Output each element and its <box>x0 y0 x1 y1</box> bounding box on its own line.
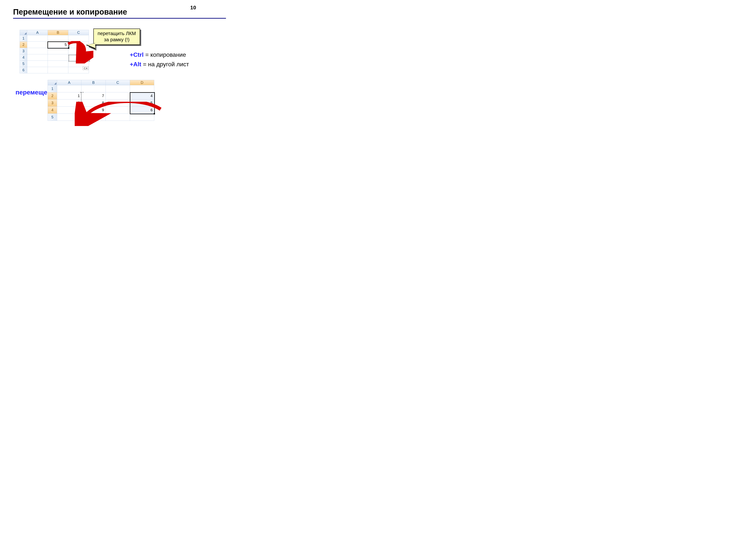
grid1-cell[interactable] <box>27 48 48 54</box>
grid1-row-1[interactable]: 1 <box>20 35 27 42</box>
grid2-cell[interactable]: 2 <box>57 100 81 107</box>
grid1-cell[interactable] <box>48 48 68 54</box>
grid1-cell[interactable] <box>48 54 68 61</box>
grid2-row-3[interactable]: 3 <box>48 100 57 107</box>
grid1-cell[interactable] <box>48 35 68 42</box>
grid2-col-A[interactable]: A <box>57 80 81 85</box>
grid1-row-2[interactable]: 2 <box>20 42 27 48</box>
grid2-row-4[interactable]: 4 <box>48 107 57 114</box>
page-number: 10 <box>190 5 196 11</box>
grid2-cellref-tooltip: B2:B4 <box>83 118 93 122</box>
grid1-cell[interactable] <box>27 67 48 73</box>
grid1-row-3[interactable]: 3 <box>20 48 27 54</box>
grid2-cell[interactable] <box>130 114 154 121</box>
grid2-row-1[interactable]: 1 <box>48 85 57 92</box>
grid2-cell[interactable]: 6 <box>130 107 154 114</box>
grid2-cell[interactable] <box>57 114 81 121</box>
grid2-cell[interactable]: 4 <box>130 92 154 100</box>
grid2-row-2[interactable]: 2 <box>48 92 57 100</box>
ctrl-hint: +Ctrl = копирование <box>130 51 189 58</box>
grid1-col-B[interactable]: B <box>48 30 68 35</box>
grid2-cell[interactable] <box>81 85 106 92</box>
alt-hint: +Alt = на другой лист <box>130 61 189 68</box>
grid2-col-B[interactable]: B <box>81 80 106 85</box>
grid2-corner[interactable] <box>48 80 57 85</box>
grid2-table: A B C D 1 2 1 7 4 3 2 8 5 <box>48 80 154 121</box>
grid1-cell[interactable] <box>27 54 48 61</box>
excel-grid-1: A B C 1 2 5 3 4 5 6 C4 <box>20 30 89 73</box>
grid2-cell[interactable] <box>106 100 130 107</box>
grid1-cell[interactable] <box>68 54 89 61</box>
grid2-cell[interactable] <box>130 85 154 92</box>
grid1-cell[interactable] <box>68 42 89 48</box>
modifier-hints: +Ctrl = копирование +Alt = на другой лис… <box>130 51 189 70</box>
callout: перетащить ЛКМ за рамку (!) <box>93 29 140 45</box>
grid1-table: A B C 1 2 5 3 4 5 6 <box>20 30 89 73</box>
grid2-cell[interactable] <box>106 114 130 121</box>
grid1-cell[interactable] <box>48 61 68 67</box>
callout-line2: за рамку (!) <box>96 36 138 43</box>
grid1-cell[interactable] <box>68 35 89 42</box>
grid1-selected-cell[interactable]: 5 <box>48 42 68 48</box>
grid2-cell[interactable] <box>106 85 130 92</box>
grid2-cell[interactable]: 5 <box>130 100 154 107</box>
grid2-col-D[interactable]: D <box>130 80 154 85</box>
grid1-row-6[interactable]: 6 <box>20 67 27 73</box>
grid1-cell[interactable] <box>68 48 89 54</box>
grid1-cell[interactable] <box>27 35 48 42</box>
alt-desc: = на другой лист <box>141 61 189 68</box>
grid1-row-4[interactable]: 4 <box>20 54 27 61</box>
grid1-col-C[interactable]: C <box>68 30 89 35</box>
callout-box: перетащить ЛКМ за рамку (!) <box>93 29 140 45</box>
grid1-cell[interactable] <box>68 61 89 67</box>
grid2-cell[interactable] <box>106 92 130 100</box>
ctrl-key: +Ctrl <box>130 51 144 58</box>
grid2-cell[interactable] <box>106 107 130 114</box>
callout-line1: перетащить ЛКМ <box>96 30 138 36</box>
grid1-corner[interactable] <box>20 30 27 35</box>
grid2-cell[interactable]: 1 <box>57 92 81 100</box>
grid1-cellref-tooltip: C4 <box>83 66 88 70</box>
alt-key: +Alt <box>130 61 141 68</box>
grid1-col-A[interactable]: A <box>27 30 48 35</box>
grid2-cell[interactable] <box>57 85 81 92</box>
grid1-cell[interactable] <box>48 67 68 73</box>
grid1-row-5[interactable]: 5 <box>20 61 27 67</box>
grid2-cell[interactable]: 9 <box>81 107 106 114</box>
grid2-cell[interactable]: 3 <box>57 107 81 114</box>
grid1-cell[interactable] <box>27 42 48 48</box>
grid2-cell[interactable]: 7 <box>81 92 106 100</box>
excel-grid-2: A B C D 1 2 1 7 4 3 2 8 5 <box>48 80 154 121</box>
grid1-cell[interactable] <box>27 61 48 67</box>
grid2-col-C[interactable]: C <box>106 80 130 85</box>
title-underline <box>13 18 226 19</box>
ctrl-desc: = копирование <box>144 51 186 58</box>
grid2-cell[interactable]: 8 <box>81 100 106 107</box>
grid2-row-5[interactable]: 5 <box>48 114 57 121</box>
